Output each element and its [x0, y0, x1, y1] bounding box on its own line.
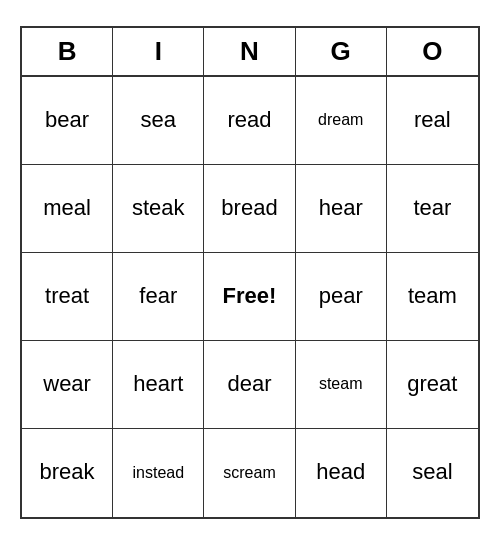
cell-14: team [387, 253, 478, 341]
header-letter-G: G [296, 28, 387, 75]
cell-text-10: treat [45, 283, 89, 309]
cell-0: bear [22, 77, 113, 165]
cell-text-1: sea [141, 107, 176, 133]
cell-21: instead [113, 429, 204, 517]
cell-18: steam [296, 341, 387, 429]
cell-15: wear [22, 341, 113, 429]
cell-6: steak [113, 165, 204, 253]
bingo-header: BINGO [22, 28, 478, 77]
cell-text-14: team [408, 283, 457, 309]
cell-text-23: head [316, 459, 365, 485]
cell-9: tear [387, 165, 478, 253]
bingo-grid: bearseareaddreamrealmealsteakbreadhearte… [22, 77, 478, 517]
cell-13: pear [296, 253, 387, 341]
cell-text-0: bear [45, 107, 89, 133]
cell-text-24: seal [412, 459, 452, 485]
cell-text-7: bread [221, 195, 277, 221]
cell-20: break [22, 429, 113, 517]
cell-text-6: steak [132, 195, 185, 221]
bingo-card: BINGO bearseareaddreamrealmealsteakbread… [20, 26, 480, 519]
header-letter-I: I [113, 28, 204, 75]
cell-text-13: pear [319, 283, 363, 309]
cell-text-3: dream [318, 110, 363, 129]
cell-23: head [296, 429, 387, 517]
cell-text-12: Free! [223, 283, 277, 309]
cell-11: fear [113, 253, 204, 341]
cell-text-20: break [40, 459, 95, 485]
cell-24: seal [387, 429, 478, 517]
cell-text-2: read [227, 107, 271, 133]
cell-1: sea [113, 77, 204, 165]
cell-7: bread [204, 165, 295, 253]
cell-17: dear [204, 341, 295, 429]
cell-4: real [387, 77, 478, 165]
cell-8: hear [296, 165, 387, 253]
cell-text-18: steam [319, 374, 363, 393]
cell-text-21: instead [132, 463, 184, 482]
cell-text-4: real [414, 107, 451, 133]
cell-16: heart [113, 341, 204, 429]
cell-text-11: fear [139, 283, 177, 309]
cell-text-8: hear [319, 195, 363, 221]
cell-text-5: meal [43, 195, 91, 221]
cell-text-19: great [407, 371, 457, 397]
cell-text-17: dear [227, 371, 271, 397]
cell-12: Free! [204, 253, 295, 341]
cell-text-22: scream [223, 463, 275, 482]
cell-text-16: heart [133, 371, 183, 397]
cell-text-9: tear [413, 195, 451, 221]
cell-2: read [204, 77, 295, 165]
header-letter-B: B [22, 28, 113, 75]
cell-10: treat [22, 253, 113, 341]
header-letter-O: O [387, 28, 478, 75]
cell-3: dream [296, 77, 387, 165]
cell-19: great [387, 341, 478, 429]
cell-5: meal [22, 165, 113, 253]
cell-text-15: wear [43, 371, 91, 397]
header-letter-N: N [204, 28, 295, 75]
cell-22: scream [204, 429, 295, 517]
